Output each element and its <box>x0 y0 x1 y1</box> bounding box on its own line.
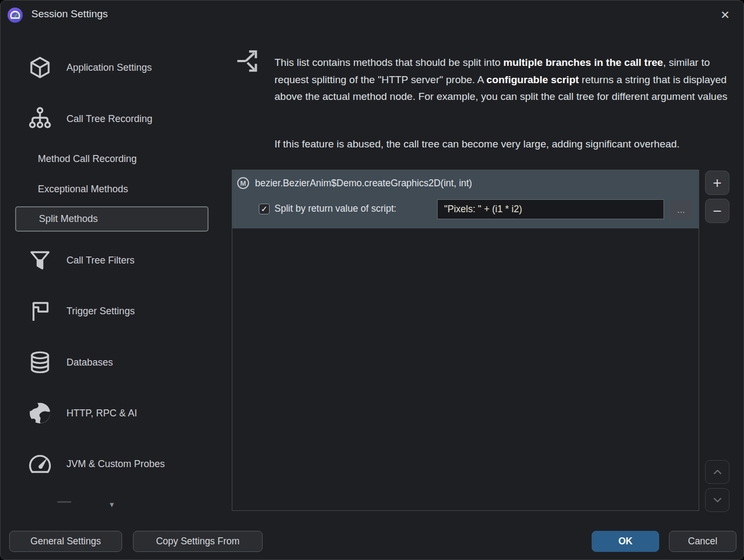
sidebar-item-call-tree-filters[interactable]: Call Tree Filters <box>15 247 209 273</box>
close-button[interactable]: ✕ <box>715 6 735 24</box>
cube-icon <box>27 55 53 80</box>
call-tree-icon <box>27 106 53 132</box>
database-icon <box>27 349 53 375</box>
cancel-button[interactable]: Cancel <box>669 531 736 552</box>
sidebar-item-method-call-recording[interactable]: Method Call Recording <box>15 148 209 170</box>
flag-icon <box>27 298 53 324</box>
move-down-button[interactable] <box>705 488 729 512</box>
remove-method-button[interactable]: − <box>705 199 729 223</box>
split-methods-list[interactable]: M bezier.BezierAnim$Demo.createGraphics2… <box>232 170 699 511</box>
gauge-icon <box>27 451 53 477</box>
session-settings-dialog: Session Settings ✕ Application Settings <box>0 0 744 560</box>
description-paragraph-2: If this feature is abused, the call tree… <box>274 136 733 153</box>
general-settings-button[interactable]: General Settings <box>9 531 122 552</box>
sidebar-item-split-methods[interactable]: Split Methods <box>15 206 209 232</box>
split-by-script-label: Split by return value of script: <box>274 203 397 214</box>
sidebar-item-label: Split Methods <box>39 213 98 225</box>
split-arrows-icon <box>234 46 262 76</box>
globe-icon <box>27 400 53 426</box>
sidebar-item-label: Call Tree Filters <box>66 255 135 266</box>
sidebar-item-label: Trigger Settings <box>66 306 135 317</box>
method-list-row[interactable]: M bezier.BezierAnim$Demo.createGraphics2… <box>232 170 699 228</box>
chevron-up-icon <box>712 466 723 478</box>
jprofiler-logo-icon <box>7 7 23 23</box>
add-method-button[interactable]: + <box>705 171 729 195</box>
sidebar-item-databases[interactable]: Databases <box>15 349 209 375</box>
description-text-segment: This list contains methods that should b… <box>274 57 504 68</box>
sidebar-item-label: Exceptional Methods <box>38 184 128 195</box>
sidebar-overflow-chevron-down-icon[interactable]: ▼ <box>105 501 119 509</box>
sidebar-item-call-tree-recording[interactable]: Call Tree Recording <box>15 106 209 132</box>
sidebar-item-exceptional-methods[interactable]: Exceptional Methods <box>15 178 209 200</box>
sidebar-item-label: JVM & Custom Probes <box>66 458 165 470</box>
description-paragraph-1: This list contains methods that should b… <box>274 54 733 105</box>
sidebar-item-http-rpc-ai[interactable]: HTTP, RPC & AI <box>15 400 209 426</box>
funnel-icon <box>27 247 53 273</box>
sidebar-item-label: Application Settings <box>66 62 152 73</box>
clipped-sidebar-item <box>57 501 71 503</box>
sidebar-item-application-settings[interactable]: Application Settings <box>15 55 209 80</box>
chevron-down-icon <box>712 494 723 506</box>
ok-button[interactable]: OK <box>592 531 659 552</box>
script-input[interactable]: "Pixels: " + (i1 * i2) <box>437 199 664 219</box>
sidebar-item-label: HTTP, RPC & AI <box>66 408 137 419</box>
sidebar-item-trigger-settings[interactable]: Trigger Settings <box>15 298 209 324</box>
method-signature: bezier.BezierAnim$Demo.createGraphics2D(… <box>255 178 472 189</box>
titlebar: Session Settings ✕ <box>1 1 743 30</box>
split-by-script-checkbox[interactable]: ✓ <box>259 204 270 214</box>
move-up-button[interactable] <box>705 460 729 484</box>
sidebar-item-label: Method Call Recording <box>38 153 137 165</box>
description-text-segment-bold: multiple branches in the call tree <box>504 57 663 68</box>
sidebar-item-label: Call Tree Recording <box>66 113 152 125</box>
sidebar-item-jvm-custom-probes[interactable]: JVM & Custom Probes <box>15 451 209 477</box>
sidebar-item-label: Databases <box>66 357 113 368</box>
description-text-segment-bold: configurable script <box>486 74 579 85</box>
script-editor-ellipsis-button[interactable]: … <box>671 200 691 219</box>
method-badge-icon: M <box>237 177 249 189</box>
copy-settings-from-button[interactable]: Copy Settings From <box>133 531 263 552</box>
window-title: Session Settings <box>31 8 108 20</box>
